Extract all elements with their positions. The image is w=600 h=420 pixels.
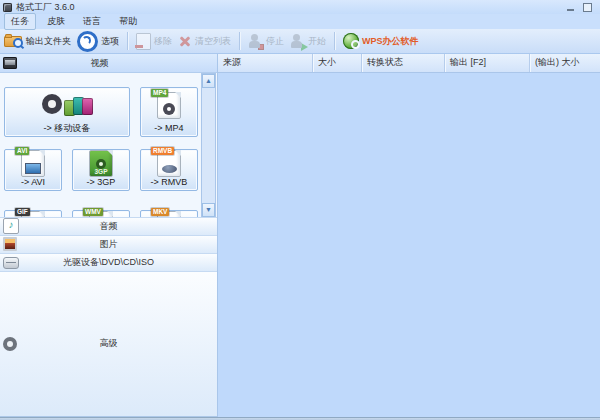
wps-office-link[interactable]: WPS办公软件 — [343, 33, 419, 49]
video-scrollbar[interactable]: ▲ ▼ — [201, 73, 216, 218]
format-label: -> AVI — [5, 177, 61, 190]
scroll-up-icon[interactable]: ▲ — [202, 74, 215, 88]
picture-icon — [3, 237, 17, 251]
format-button-mp4[interactable]: MP4 -> MP4 — [140, 87, 198, 137]
mobile-device-icon — [5, 88, 129, 123]
column-size[interactable]: 大小 — [313, 54, 362, 72]
section-audio[interactable]: ♪ 音频 — [0, 217, 217, 236]
video-section-label: 视频 — [0, 57, 199, 70]
menu-help[interactable]: 帮助 — [112, 13, 144, 30]
minimize-button[interactable] — [567, 9, 574, 11]
rmvb-icon: RMVB — [141, 150, 197, 177]
avi-icon: AVI — [5, 150, 61, 177]
section-advanced[interactable]: 高级 — [0, 271, 217, 418]
wps-globe-icon — [343, 33, 359, 49]
format-factory-window: 格式工厂 3.6.0 任务 皮肤 语言 帮助 输出文件夹 选项 移除 清空列表 — [0, 0, 600, 420]
menu-task[interactable]: 任务 — [4, 13, 36, 30]
options-button[interactable]: 选项 — [77, 31, 119, 52]
column-output[interactable]: 输出 [F2] — [445, 54, 530, 72]
stop-icon — [248, 34, 263, 49]
format-button-avi[interactable]: AVI -> AVI — [4, 149, 62, 191]
app-icon — [3, 3, 12, 12]
gear-icon — [77, 31, 98, 52]
format-button-3gp[interactable]: 3GP -> 3GP — [72, 149, 130, 191]
toolbar-separator — [239, 32, 240, 50]
toolbar-separator — [127, 32, 128, 50]
task-list-panel: 来源 大小 转换状态 输出 [F2] (输出) 大小 — [218, 54, 600, 417]
task-list-body[interactable] — [218, 73, 600, 417]
start-icon — [290, 34, 305, 49]
menu-language[interactable]: 语言 — [76, 13, 108, 30]
column-output-size[interactable]: (输出) 大小 — [530, 54, 600, 72]
section-picture[interactable]: 图片 — [0, 235, 217, 254]
clear-list-button[interactable]: 清空列表 — [178, 34, 231, 48]
3gp-icon: 3GP — [73, 150, 129, 177]
clear-list-icon — [178, 34, 192, 48]
format-label: -> RMVB — [141, 177, 197, 190]
video-section-header[interactable]: 视频 — [0, 54, 217, 73]
stop-button[interactable]: 停止 — [248, 34, 284, 49]
advanced-icon — [3, 337, 17, 351]
format-button-mobile-device[interactable]: -> 移动设备 — [4, 87, 130, 137]
mp4-icon: MP4 — [141, 88, 197, 123]
output-folder-icon — [4, 34, 23, 48]
column-convert-state[interactable]: 转换状态 — [362, 54, 445, 72]
toolbar: 输出文件夹 选项 移除 清空列表 停止 开始 WPS办公软件 — [0, 29, 600, 54]
format-button-rmvb[interactable]: RMVB -> RMVB — [140, 149, 198, 191]
scroll-down-icon[interactable]: ▼ — [202, 203, 215, 217]
format-label: -> MP4 — [141, 123, 197, 136]
window-title: 格式工厂 3.6.0 — [16, 2, 75, 13]
disc-drive-icon — [3, 257, 19, 269]
magnifier-icon — [13, 38, 23, 48]
section-disc[interactable]: 光驱设备\DVD\CD\ISO — [0, 253, 217, 272]
format-sidebar: 视频 -> 移动设备 MP4 -> MP4 — [0, 54, 218, 417]
audio-icon: ♪ — [3, 218, 19, 234]
remove-button[interactable]: 移除 — [136, 33, 172, 50]
menu-bar: 任务 皮肤 语言 帮助 — [0, 14, 600, 29]
toolbar-separator — [334, 32, 335, 50]
format-label: -> 3GP — [73, 177, 129, 190]
task-list-header: 来源 大小 转换状态 输出 [F2] (输出) 大小 — [218, 54, 600, 73]
remove-icon — [136, 33, 151, 50]
output-folder-button[interactable]: 输出文件夹 — [4, 34, 71, 48]
column-source[interactable]: 来源 — [218, 54, 313, 72]
video-format-panel: -> 移动设备 MP4 -> MP4 AVI -> AVI 3G — [0, 73, 217, 218]
title-bar: 格式工厂 3.6.0 — [0, 0, 600, 14]
menu-skin[interactable]: 皮肤 — [40, 13, 72, 30]
maximize-button[interactable] — [583, 3, 592, 12]
start-button[interactable]: 开始 — [290, 34, 326, 49]
format-label: -> 移动设备 — [5, 123, 129, 136]
